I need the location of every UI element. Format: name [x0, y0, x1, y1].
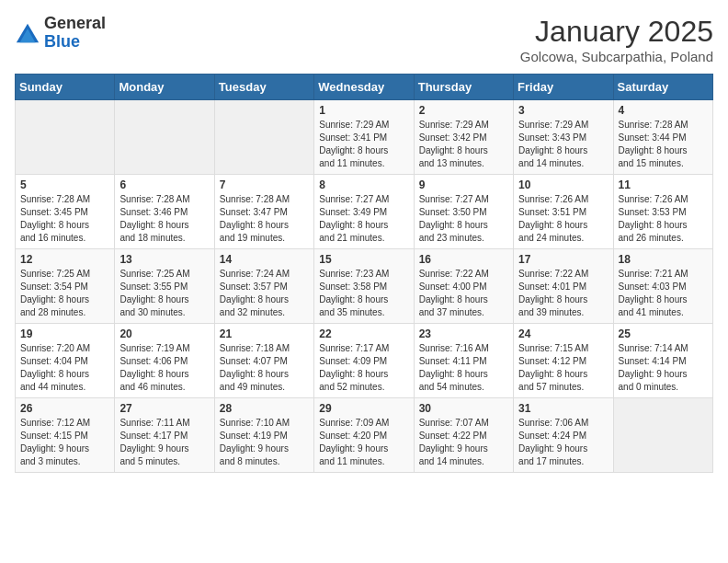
day-number: 27	[119, 402, 209, 415]
day-header-saturday: Saturday	[613, 75, 712, 100]
day-info: Sunrise: 7:17 AMSunset: 4:09 PMDaylight:…	[319, 342, 408, 394]
calendar-day-31: 31Sunrise: 7:06 AMSunset: 4:24 PMDayligh…	[514, 398, 613, 473]
calendar-empty-cell	[214, 100, 313, 175]
calendar-week-row: 5Sunrise: 7:28 AMSunset: 3:45 PMDaylight…	[16, 175, 713, 249]
day-info: Sunrise: 7:27 AMSunset: 3:49 PMDaylight:…	[319, 193, 408, 245]
day-info: Sunrise: 7:07 AMSunset: 4:22 PMDaylight:…	[419, 417, 508, 468]
day-number: 14	[220, 253, 309, 266]
day-number: 17	[518, 253, 608, 266]
day-number: 9	[419, 178, 508, 191]
day-number: 8	[319, 178, 408, 191]
calendar-day-20: 20Sunrise: 7:19 AMSunset: 4:06 PMDayligh…	[115, 324, 214, 398]
calendar-empty-cell	[613, 398, 712, 473]
logo-general-text: General	[44, 15, 106, 33]
calendar-empty-cell	[115, 100, 214, 175]
day-number: 22	[319, 327, 408, 340]
day-info: Sunrise: 7:29 AMSunset: 3:42 PMDaylight:…	[419, 119, 508, 170]
day-header-wednesday: Wednesday	[314, 75, 414, 100]
calendar-day-2: 2Sunrise: 7:29 AMSunset: 3:42 PMDaylight…	[414, 100, 513, 175]
day-number: 31	[518, 402, 608, 415]
calendar-day-19: 19Sunrise: 7:20 AMSunset: 4:04 PMDayligh…	[16, 324, 115, 398]
day-info: Sunrise: 7:22 AMSunset: 4:01 PMDaylight:…	[518, 268, 608, 319]
calendar-week-row: 12Sunrise: 7:25 AMSunset: 3:54 PMDayligh…	[16, 249, 713, 324]
day-info: Sunrise: 7:11 AMSunset: 4:17 PMDaylight:…	[119, 417, 209, 468]
day-number: 10	[518, 178, 608, 191]
day-info: Sunrise: 7:29 AMSunset: 3:43 PMDaylight:…	[518, 119, 608, 170]
day-info: Sunrise: 7:29 AMSunset: 3:41 PMDaylight:…	[319, 119, 408, 170]
day-info: Sunrise: 7:25 AMSunset: 3:55 PMDaylight:…	[119, 268, 209, 319]
calendar-day-3: 3Sunrise: 7:29 AMSunset: 3:43 PMDaylight…	[514, 100, 613, 175]
calendar-day-6: 6Sunrise: 7:28 AMSunset: 3:46 PMDaylight…	[115, 175, 214, 249]
logo-blue-text: Blue	[44, 33, 106, 52]
logo: General Blue	[15, 15, 106, 52]
calendar-day-5: 5Sunrise: 7:28 AMSunset: 3:45 PMDaylight…	[16, 175, 115, 249]
calendar-day-27: 27Sunrise: 7:11 AMSunset: 4:17 PMDayligh…	[115, 398, 214, 473]
calendar-day-9: 9Sunrise: 7:27 AMSunset: 3:50 PMDaylight…	[414, 175, 513, 249]
day-number: 7	[220, 178, 309, 191]
day-info: Sunrise: 7:23 AMSunset: 3:58 PMDaylight:…	[319, 268, 408, 319]
calendar-day-1: 1Sunrise: 7:29 AMSunset: 3:41 PMDaylight…	[314, 100, 414, 175]
day-number: 4	[619, 104, 708, 117]
day-number: 24	[518, 327, 608, 340]
day-number: 21	[220, 327, 309, 340]
day-number: 12	[20, 253, 109, 266]
day-number: 13	[119, 253, 209, 266]
calendar-day-13: 13Sunrise: 7:25 AMSunset: 3:55 PMDayligh…	[115, 249, 214, 324]
calendar-day-15: 15Sunrise: 7:23 AMSunset: 3:58 PMDayligh…	[314, 249, 414, 324]
day-number: 23	[419, 327, 508, 340]
day-number: 3	[518, 104, 608, 117]
calendar-day-22: 22Sunrise: 7:17 AMSunset: 4:09 PMDayligh…	[314, 324, 414, 398]
calendar-day-10: 10Sunrise: 7:26 AMSunset: 3:51 PMDayligh…	[514, 175, 613, 249]
day-info: Sunrise: 7:27 AMSunset: 3:50 PMDaylight:…	[419, 193, 508, 245]
day-info: Sunrise: 7:26 AMSunset: 3:53 PMDaylight:…	[619, 193, 708, 245]
day-number: 15	[319, 253, 408, 266]
day-number: 19	[20, 327, 109, 340]
calendar-day-26: 26Sunrise: 7:12 AMSunset: 4:15 PMDayligh…	[16, 398, 115, 473]
logo-icon	[15, 20, 40, 46]
day-number: 18	[619, 253, 708, 266]
day-info: Sunrise: 7:28 AMSunset: 3:45 PMDaylight:…	[20, 193, 109, 245]
calendar-day-14: 14Sunrise: 7:24 AMSunset: 3:57 PMDayligh…	[214, 249, 313, 324]
calendar-week-row: 26Sunrise: 7:12 AMSunset: 4:15 PMDayligh…	[16, 398, 713, 473]
day-header-sunday: Sunday	[16, 75, 115, 100]
day-header-monday: Monday	[115, 75, 214, 100]
day-number: 29	[319, 402, 408, 415]
day-info: Sunrise: 7:18 AMSunset: 4:07 PMDaylight:…	[220, 342, 309, 394]
location-subtitle: Golcowa, Subcarpathia, Poland	[520, 49, 713, 64]
calendar-day-18: 18Sunrise: 7:21 AMSunset: 4:03 PMDayligh…	[613, 249, 712, 324]
day-info: Sunrise: 7:14 AMSunset: 4:14 PMDaylight:…	[619, 342, 708, 394]
calendar-header-row: SundayMondayTuesdayWednesdayThursdayFrid…	[16, 75, 713, 100]
calendar-day-4: 4Sunrise: 7:28 AMSunset: 3:44 PMDaylight…	[613, 100, 712, 175]
day-number: 30	[419, 402, 508, 415]
calendar-week-row: 1Sunrise: 7:29 AMSunset: 3:41 PMDaylight…	[16, 100, 713, 175]
calendar-day-25: 25Sunrise: 7:14 AMSunset: 4:14 PMDayligh…	[613, 324, 712, 398]
calendar-empty-cell	[16, 100, 115, 175]
day-info: Sunrise: 7:19 AMSunset: 4:06 PMDaylight:…	[119, 342, 209, 394]
day-info: Sunrise: 7:25 AMSunset: 3:54 PMDaylight:…	[20, 268, 109, 319]
calendar-table: SundayMondayTuesdayWednesdayThursdayFrid…	[15, 74, 713, 473]
calendar-day-8: 8Sunrise: 7:27 AMSunset: 3:49 PMDaylight…	[314, 175, 414, 249]
day-info: Sunrise: 7:24 AMSunset: 3:57 PMDaylight:…	[220, 268, 309, 319]
day-info: Sunrise: 7:12 AMSunset: 4:15 PMDaylight:…	[20, 417, 109, 468]
day-number: 20	[119, 327, 209, 340]
day-info: Sunrise: 7:26 AMSunset: 3:51 PMDaylight:…	[518, 193, 608, 245]
day-number: 1	[319, 104, 408, 117]
day-info: Sunrise: 7:09 AMSunset: 4:20 PMDaylight:…	[319, 417, 408, 468]
day-number: 16	[419, 253, 508, 266]
calendar-day-23: 23Sunrise: 7:16 AMSunset: 4:11 PMDayligh…	[414, 324, 513, 398]
day-number: 11	[619, 178, 708, 191]
day-number: 2	[419, 104, 508, 117]
day-info: Sunrise: 7:10 AMSunset: 4:19 PMDaylight:…	[220, 417, 309, 468]
day-info: Sunrise: 7:16 AMSunset: 4:11 PMDaylight:…	[419, 342, 508, 394]
day-header-tuesday: Tuesday	[214, 75, 313, 100]
calendar-day-11: 11Sunrise: 7:26 AMSunset: 3:53 PMDayligh…	[613, 175, 712, 249]
day-number: 6	[119, 178, 209, 191]
month-title: January 2025	[520, 15, 713, 49]
day-info: Sunrise: 7:28 AMSunset: 3:46 PMDaylight:…	[119, 193, 209, 245]
calendar-day-12: 12Sunrise: 7:25 AMSunset: 3:54 PMDayligh…	[16, 249, 115, 324]
day-number: 25	[619, 327, 708, 340]
calendar-day-30: 30Sunrise: 7:07 AMSunset: 4:22 PMDayligh…	[414, 398, 513, 473]
calendar-day-29: 29Sunrise: 7:09 AMSunset: 4:20 PMDayligh…	[314, 398, 414, 473]
day-header-friday: Friday	[514, 75, 613, 100]
calendar-day-24: 24Sunrise: 7:15 AMSunset: 4:12 PMDayligh…	[514, 324, 613, 398]
